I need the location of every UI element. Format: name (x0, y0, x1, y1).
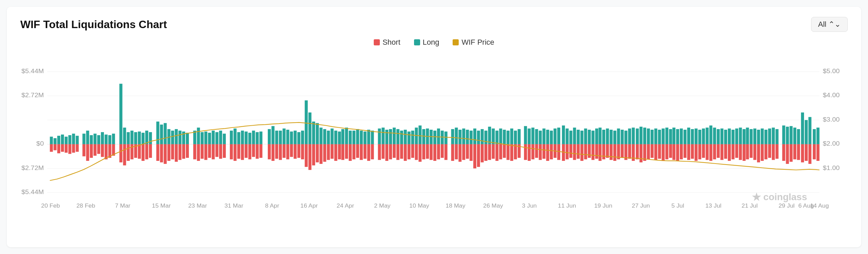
svg-rect-49 (164, 123, 167, 144)
svg-rect-97 (805, 120, 808, 144)
svg-rect-86 (639, 127, 643, 144)
svg-rect-281 (223, 144, 226, 158)
svg-rect-221 (720, 128, 723, 144)
svg-rect-301 (305, 144, 308, 167)
svg-rect-235 (789, 126, 793, 144)
svg-rect-251 (101, 144, 104, 157)
svg-rect-261 (142, 144, 145, 161)
svg-rect-100 (817, 128, 820, 144)
svg-rect-266 (164, 144, 167, 164)
chart-header: WIF Total Liquidations Chart All ⌃⌄ (20, 17, 848, 32)
svg-rect-345 (473, 144, 476, 168)
svg-rect-262 (145, 144, 148, 160)
svg-rect-209 (658, 130, 661, 144)
svg-rect-230 (761, 128, 764, 144)
svg-rect-207 (651, 130, 654, 144)
svg-rect-434 (808, 144, 811, 164)
svg-rect-109 (101, 132, 104, 144)
svg-rect-173 (477, 131, 480, 144)
svg-rect-384 (621, 144, 624, 158)
svg-rect-128 (219, 131, 222, 144)
svg-rect-62 (312, 122, 315, 144)
svg-rect-127 (215, 132, 218, 144)
svg-rect-314 (352, 144, 355, 160)
svg-rect-54 (230, 131, 233, 144)
svg-rect-111 (108, 135, 111, 144)
svg-rect-217 (695, 128, 698, 144)
svg-rect-195 (591, 131, 594, 144)
svg-rect-187 (550, 131, 553, 144)
svg-rect-426 (776, 144, 779, 159)
svg-rect-398 (672, 144, 675, 160)
svg-rect-248 (90, 144, 93, 158)
svg-rect-234 (776, 129, 779, 144)
svg-rect-424 (768, 144, 771, 158)
svg-rect-169 (462, 128, 465, 144)
svg-rect-319 (371, 144, 374, 160)
svg-rect-68 (385, 130, 388, 144)
svg-rect-327 (404, 144, 407, 161)
svg-rect-159 (400, 131, 403, 144)
svg-rect-347 (481, 144, 484, 163)
svg-rect-176 (499, 128, 502, 144)
all-button[interactable]: All ⌃⌄ (811, 17, 848, 32)
svg-rect-162 (411, 131, 414, 144)
svg-text:19 Jun: 19 Jun (594, 203, 612, 209)
svg-text:31 Mar: 31 Mar (224, 203, 243, 209)
svg-rect-76 (492, 128, 495, 144)
legend: Short Long WIF Price (20, 38, 848, 47)
svg-rect-150 (352, 131, 355, 144)
svg-rect-63 (341, 129, 344, 144)
svg-rect-433 (805, 144, 808, 161)
svg-rect-236 (793, 128, 796, 144)
svg-text:16 Apr: 16 Apr (300, 203, 318, 209)
svg-rect-255 (120, 144, 123, 163)
svg-rect-394 (658, 144, 661, 159)
svg-text:10 May: 10 May (409, 203, 429, 209)
svg-rect-300 (301, 144, 304, 160)
svg-rect-42 (86, 131, 89, 144)
svg-rect-315 (356, 144, 359, 158)
svg-rect-87 (672, 128, 675, 144)
svg-text:$4.00: $4.00 (823, 92, 840, 99)
svg-rect-61 (308, 112, 311, 144)
svg-rect-226 (739, 128, 742, 144)
svg-rect-399 (676, 144, 679, 161)
svg-text:24 Apr: 24 Apr (337, 203, 354, 209)
svg-rect-190 (573, 128, 576, 144)
svg-rect-320 (378, 144, 381, 160)
svg-rect-155 (371, 131, 374, 144)
svg-rect-415 (735, 144, 738, 158)
svg-rect-333 (426, 144, 429, 159)
svg-rect-402 (687, 144, 690, 160)
svg-rect-112 (112, 134, 115, 144)
svg-rect-56 (237, 132, 240, 144)
svg-rect-287 (248, 144, 251, 160)
svg-rect-396 (665, 144, 668, 160)
svg-rect-181 (518, 129, 521, 144)
svg-rect-250 (97, 144, 100, 154)
svg-rect-141 (297, 132, 300, 144)
svg-text:14 Aug: 14 Aug (810, 203, 829, 209)
svg-rect-60 (305, 100, 308, 144)
chart-svg: $5.44M $2.72M $0 $2.72M $5.44M $5.00 $4.… (20, 54, 848, 223)
svg-rect-371 (573, 144, 576, 160)
svg-text:7 Mar: 7 Mar (115, 203, 131, 209)
svg-rect-65 (349, 131, 352, 144)
legend-short: Short (374, 38, 400, 47)
svg-rect-224 (732, 130, 735, 144)
svg-rect-376 (591, 144, 594, 160)
svg-rect-64 (345, 128, 348, 144)
short-color-box (374, 39, 380, 45)
svg-rect-318 (367, 144, 370, 161)
svg-rect-40 (53, 138, 57, 144)
svg-rect-268 (171, 144, 174, 160)
svg-rect-395 (661, 144, 665, 161)
svg-rect-348 (484, 144, 487, 161)
svg-rect-204 (632, 128, 635, 144)
svg-rect-350 (492, 144, 495, 159)
svg-rect-108 (97, 135, 100, 144)
svg-rect-202 (624, 131, 627, 144)
svg-rect-110 (105, 134, 108, 144)
svg-rect-380 (606, 144, 609, 158)
